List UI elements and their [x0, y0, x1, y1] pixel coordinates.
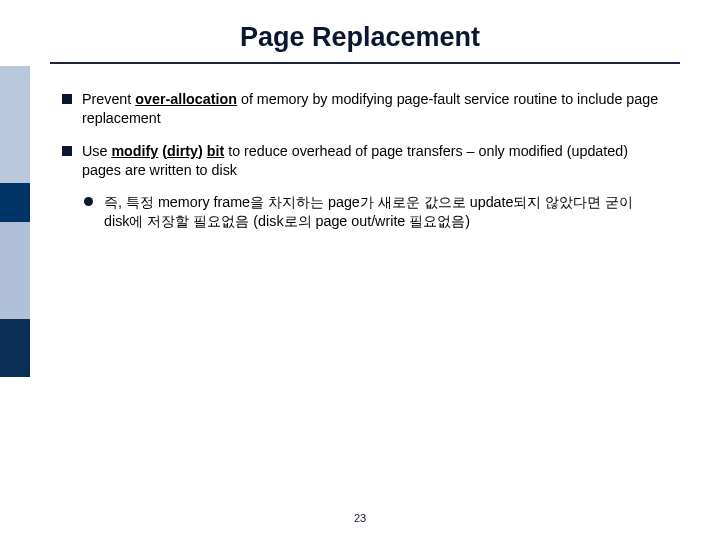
page-title: Page Replacement	[0, 22, 720, 53]
sidebar-segment	[0, 66, 30, 183]
sidebar-segment	[0, 222, 30, 319]
title-rule	[50, 62, 680, 64]
decorative-sidebar	[0, 66, 30, 377]
page-number: 23	[0, 512, 720, 524]
content-area: Prevent over-allocation of memory by mod…	[60, 90, 660, 231]
bullet-level-1: Use modify (dirty) bit to reduce overhea…	[60, 142, 660, 180]
bullet-level-1: Prevent over-allocation of memory by mod…	[60, 90, 660, 128]
bullet-level-2: 즉, 특정 memory frame을 차지하는 page가 새로운 값으로 u…	[82, 193, 660, 231]
sidebar-segment	[0, 183, 30, 222]
sidebar-segment	[0, 319, 30, 377]
